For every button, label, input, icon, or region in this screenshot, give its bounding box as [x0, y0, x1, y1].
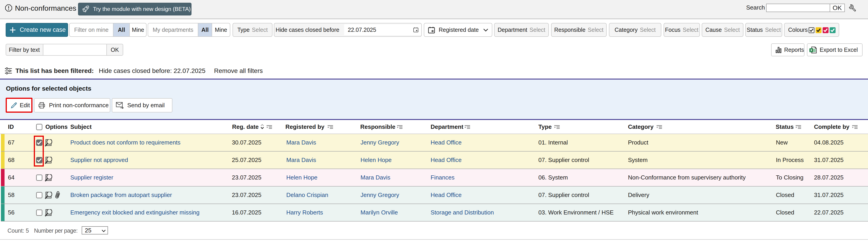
- svg-text:X: X: [810, 48, 813, 52]
